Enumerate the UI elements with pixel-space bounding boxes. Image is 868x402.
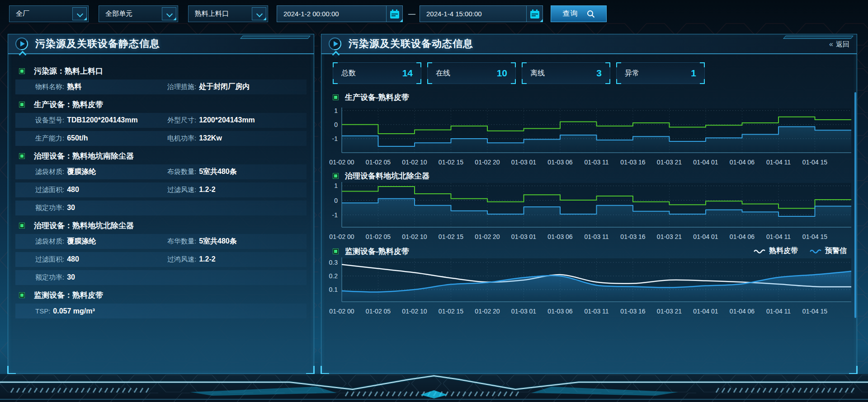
plant-select[interactable]: 全厂 xyxy=(9,5,89,22)
svg-text:01-03 21: 01-03 21 xyxy=(657,233,682,240)
date-range-separator: — xyxy=(406,5,418,22)
info-row: 额定功率:30 xyxy=(15,201,307,215)
field-value: 30 xyxy=(67,204,75,212)
corner-bracket-decoration xyxy=(416,79,421,84)
stat-value: 14 xyxy=(402,68,413,79)
svg-text:01-03 11: 01-03 11 xyxy=(584,159,609,166)
green-square-icon xyxy=(19,223,25,229)
field-value: 1.2-2 xyxy=(199,255,215,263)
corner-bracket-decoration xyxy=(616,62,621,67)
field-value: 132Kw xyxy=(199,134,222,142)
svg-text:01-04 15: 01-04 15 xyxy=(802,159,827,166)
svg-text:0: 0 xyxy=(334,197,338,204)
end-datetime-input[interactable]: 2024-1-4 15:00:00 xyxy=(420,5,543,22)
field-value: 熟料 xyxy=(67,82,81,92)
dashboard-stage: 全厂 全部单元 熟料上料口 2024-1-2 00:00:00 — xyxy=(0,0,868,402)
svg-text:01-03 06: 01-03 06 xyxy=(547,233,572,240)
field-label: 过滤面积: xyxy=(35,186,64,194)
svg-text:01-04 06: 01-04 06 xyxy=(730,233,755,240)
info-field: 设备型号:TDB1200*204143mm xyxy=(35,116,166,125)
svg-text:0.3: 0.3 xyxy=(329,259,338,266)
field-label: 布华数量: xyxy=(167,237,196,246)
field-value: 处于封闭厂房内 xyxy=(199,82,250,92)
play-icon xyxy=(14,37,29,51)
source-select-value: 熟料上料口 xyxy=(189,9,252,18)
svg-text:01-03 01: 01-03 01 xyxy=(511,159,536,166)
section-row: 治理设备：熟料地坑南除尘器 xyxy=(19,149,307,163)
static-info-panel-header: 污染源及关联设备静态信息 xyxy=(8,34,314,54)
svg-text:01-04 11: 01-04 11 xyxy=(766,233,791,240)
svg-text:01-04 11: 01-04 11 xyxy=(766,159,791,166)
stat-card: 异常1 xyxy=(616,62,705,84)
field-value: 5室共480条 xyxy=(199,167,237,177)
field-value: 覆膜涤纶 xyxy=(67,237,96,246)
back-button[interactable]: « 返回 xyxy=(829,34,849,54)
start-datetime-input[interactable]: 2024-1-2 00:00:00 xyxy=(277,5,403,22)
double-chevron-left-icon: « xyxy=(829,40,833,48)
field-value: 5室共480条 xyxy=(199,237,237,246)
static-info-rows: 污染源：熟料上料口物料名称:熟料治理措施:处于封闭厂房内生产设备：熟料皮带设备型… xyxy=(8,54,314,318)
unit-select[interactable]: 全部单元 xyxy=(99,5,178,22)
svg-text:01-02 05: 01-02 05 xyxy=(366,233,391,240)
field-value: 0.057 mg/m³ xyxy=(53,307,94,315)
start-datetime-value: 2024-1-2 00:00:00 xyxy=(277,10,386,18)
info-field: 生产能力:650t/h xyxy=(35,134,166,143)
svg-text:01-02 20: 01-02 20 xyxy=(475,159,500,166)
field-label: 过鸿风速: xyxy=(167,255,196,264)
corner-bracket-decoration xyxy=(333,62,338,67)
field-label: 电机功率: xyxy=(167,134,196,143)
svg-text:01-02 15: 01-02 15 xyxy=(439,233,463,240)
calendar-icon[interactable] xyxy=(386,6,402,22)
green-square-icon xyxy=(19,292,25,298)
svg-text:01-03 01: 01-03 01 xyxy=(511,233,536,240)
green-square-icon xyxy=(19,153,25,159)
dynamic-info-panel: 污染源及关联设备动态信息 « 返回 总数14在线10离线3异常1 生产设备-熟料… xyxy=(321,34,857,374)
svg-text:01-02 00: 01-02 00 xyxy=(329,159,354,166)
corner-bracket-decoration xyxy=(522,62,527,67)
stat-card: 总数14 xyxy=(333,62,421,84)
svg-text:01-04 01: 01-04 01 xyxy=(693,159,718,166)
svg-text:01-02 10: 01-02 10 xyxy=(402,308,427,315)
info-field: 滤袋材质:覆膜涤纶 xyxy=(35,167,166,177)
info-field: 布袋数量:5室共480条 xyxy=(167,167,237,177)
svg-text:01-04 01: 01-04 01 xyxy=(693,308,718,315)
end-datetime-value: 2024-1-4 15:00:00 xyxy=(420,10,526,18)
info-field: 治理措施:处于封闭厂房内 xyxy=(167,82,250,92)
info-row: 生产能力:650t/h电机功率:132Kw xyxy=(15,131,307,146)
field-value: 480 xyxy=(67,255,79,263)
svg-text:0.2: 0.2 xyxy=(329,272,338,280)
static-info-panel: 污染源及关联设备静态信息 污染源：熟料上料口物料名称:熟料治理措施:处于封闭厂房… xyxy=(8,34,314,374)
svg-text:01-04 06: 01-04 06 xyxy=(730,159,755,166)
panel-scrollbar[interactable] xyxy=(854,92,856,318)
corner-bracket-decoration xyxy=(416,62,421,67)
field-value: 1200*204143mm xyxy=(199,116,255,124)
field-label: 治理措施: xyxy=(167,83,196,91)
field-label: 设备型号: xyxy=(35,116,64,125)
unit-select-value: 全部单元 xyxy=(99,9,162,18)
corner-bracket-decoration xyxy=(605,62,610,67)
chevron-down-icon xyxy=(72,7,87,20)
stat-value: 3 xyxy=(596,68,602,79)
svg-text:01-04 06: 01-04 06 xyxy=(730,308,755,315)
info-row: TSP:0.057 mg/m³ xyxy=(15,304,307,318)
device-stats-row: 总数14在线10离线3异常1 xyxy=(333,62,705,84)
svg-text:0: 0 xyxy=(334,121,338,128)
query-button[interactable]: 查询 xyxy=(551,5,607,22)
header-notch-decoration xyxy=(240,36,311,39)
query-button-label: 查询 xyxy=(562,9,579,19)
back-button-label: 返回 xyxy=(836,40,849,49)
chart-canvas: 0.30.20.101-02 0001-02 0501-02 1001-02 1… xyxy=(321,253,858,315)
field-value: TDB1200*204143mm xyxy=(67,116,138,124)
field-value: 480 xyxy=(67,186,79,194)
svg-text:01-02 00: 01-02 00 xyxy=(329,308,354,315)
source-select[interactable]: 熟料上料口 xyxy=(188,5,268,22)
field-label: TSP: xyxy=(35,307,50,315)
svg-text:01-04 11: 01-04 11 xyxy=(766,308,791,315)
chart-production-equipment: 10-101-02 0001-02 0501-02 1001-02 1501-0… xyxy=(321,103,858,166)
calendar-icon-glyph xyxy=(389,9,400,19)
svg-text:0.1: 0.1 xyxy=(329,286,338,293)
calendar-icon[interactable] xyxy=(526,6,542,22)
field-label: 额定功率: xyxy=(35,204,64,212)
svg-text:01-02 10: 01-02 10 xyxy=(402,233,427,240)
dynamic-info-panel-header: 污染源及关联设备动态信息 « 返回 xyxy=(321,34,857,54)
